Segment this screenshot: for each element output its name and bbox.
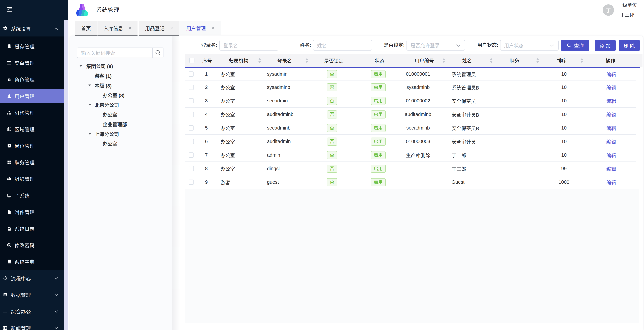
close-icon[interactable] <box>128 26 132 30</box>
add-button[interactable]: 添 加 <box>594 40 616 51</box>
cell-duty <box>502 121 538 135</box>
sidebar-group[interactable]: 流程中心 <box>0 270 64 287</box>
edit-link[interactable]: 编辑 <box>606 124 616 132</box>
row-checkbox[interactable] <box>188 71 194 77</box>
tree-node[interactable]: 办公室 <box>77 110 172 119</box>
sidebar-group[interactable]: 新闻管理 <box>0 320 64 330</box>
sidebar-item-icon <box>7 243 12 248</box>
edit-link[interactable]: 编辑 <box>606 111 616 118</box>
row-checkbox[interactable] <box>188 85 194 90</box>
sidebar-item-icon <box>7 226 12 231</box>
add-button-label: 添 加 <box>600 42 611 49</box>
cell-duty <box>502 162 538 175</box>
sidebar-item[interactable]: 用户管理 <box>0 89 64 103</box>
tree-expand-icon[interactable] <box>88 104 91 106</box>
sidebar-item-label: 菜单管理 <box>14 59 35 66</box>
column-header[interactable]: 登录名 <box>277 57 292 64</box>
sidebar-item[interactable]: 系统字典 <box>0 255 64 269</box>
edit-link[interactable]: 编辑 <box>606 84 616 91</box>
tree-expand-icon[interactable] <box>79 65 82 67</box>
edit-link[interactable]: 编辑 <box>606 97 616 104</box>
table-row: 9 游客 guest 否 启用 Guest 1000 编辑 <box>185 175 642 189</box>
column-header[interactable]: 排序 <box>557 57 566 64</box>
sidebar-item[interactable]: 菜单管理 <box>0 56 64 70</box>
sidebar-item-icon <box>7 110 12 115</box>
edit-link[interactable]: 编辑 <box>606 165 616 172</box>
locked-badge: 否 <box>327 178 337 186</box>
tab[interactable]: 用户管理 <box>179 21 222 35</box>
tree-node[interactable]: 集团公司 (9) <box>77 61 172 71</box>
sidebar-item-label: 子系统 <box>14 192 30 199</box>
locked-badge: 否 <box>327 70 337 78</box>
sidebar-item-label: 角色管理 <box>14 76 35 83</box>
sidebar-item[interactable]: 缓存管理 <box>0 39 64 53</box>
row-checkbox[interactable] <box>188 139 194 144</box>
sidebar-item-icon <box>7 259 12 264</box>
table-row: 1 办公室 sysadmin 否 启用 010000001 系统管理员 10 编… <box>185 68 642 80</box>
menu-fold-icon[interactable] <box>7 7 12 12</box>
tree-node[interactable]: 北京分公司 <box>77 100 172 110</box>
sidebar-item[interactable]: 岗位管理 <box>0 139 64 153</box>
tab[interactable]: 用品登记 <box>139 21 180 36</box>
row-checkbox[interactable] <box>188 166 194 171</box>
tab[interactable]: 首页 <box>75 21 97 36</box>
login-filter-input[interactable]: 登录名 <box>220 40 278 50</box>
sort-icon[interactable] <box>305 58 308 63</box>
tree-search-button[interactable] <box>152 48 163 57</box>
tree-node[interactable]: 游客 (1) <box>77 71 172 80</box>
locked-filter-select[interactable]: 是否允许登录 <box>406 40 465 50</box>
search-button[interactable]: 查询 <box>561 40 589 51</box>
sidebar-item[interactable]: 修改密码 <box>0 238 64 252</box>
sidebar-item-icon <box>7 44 12 49</box>
tree-node[interactable]: 本级 (8) <box>77 80 172 90</box>
edit-link[interactable]: 编辑 <box>606 152 616 159</box>
sidebar-item-icon <box>7 93 12 99</box>
tree-node[interactable]: 办公室 (8) <box>77 90 172 100</box>
sidebar-item[interactable]: 职务管理 <box>0 155 64 169</box>
sidebar-item-label: 系统字典 <box>14 258 35 265</box>
sidebar-item[interactable]: 组织管理 <box>0 172 64 186</box>
sidebar-group[interactable]: 数据管理 <box>0 287 64 303</box>
tree-expand-icon[interactable] <box>88 84 91 86</box>
cell-org: 办公室 <box>218 135 238 148</box>
edit-link[interactable]: 编辑 <box>606 138 616 145</box>
sidebar-item[interactable]: 区域管理 <box>0 122 64 136</box>
tree-search-input[interactable]: 输入关键词搜索 <box>78 48 152 57</box>
column-header[interactable]: 姓名 <box>462 57 472 64</box>
org-name: 一级单位 <box>615 2 640 8</box>
edit-link[interactable]: 编辑 <box>606 179 616 186</box>
tree-node[interactable]: 办公室 <box>77 139 172 148</box>
edit-link[interactable]: 编辑 <box>606 71 616 78</box>
avatar[interactable]: 丁 <box>603 4 614 16</box>
sidebar-item[interactable]: 子系统 <box>0 189 64 202</box>
close-icon[interactable] <box>170 26 173 30</box>
sidebar-item[interactable]: 附件管理 <box>0 205 64 219</box>
sidebar-group[interactable]: 综合办公 <box>0 303 64 320</box>
row-checkbox[interactable] <box>188 180 194 185</box>
tree-node[interactable]: 上海分公司 <box>77 129 172 139</box>
row-checkbox[interactable] <box>188 112 194 117</box>
user-name: 丁三郎 <box>615 12 640 18</box>
select-all-checkbox[interactable] <box>189 58 194 63</box>
sidebar-item[interactable]: 机构管理 <box>0 106 64 119</box>
tree-node[interactable]: 企业管理部 <box>77 119 172 129</box>
sidebar-item[interactable]: 系统日志 <box>0 222 64 236</box>
cell-code: 010000003 <box>409 135 427 148</box>
tree-expand-icon[interactable] <box>88 133 91 135</box>
row-checkbox[interactable] <box>188 125 194 131</box>
cell-order: 10 <box>538 108 590 121</box>
sidebar-scrollbar[interactable] <box>64 20 68 330</box>
row-checkbox[interactable] <box>188 152 194 158</box>
column-header[interactable]: 职务 <box>510 57 519 64</box>
close-icon[interactable] <box>211 26 214 30</box>
sidebar-item[interactable]: 角色管理 <box>0 73 64 86</box>
sidebar-group-system-settings[interactable]: 系统设置 <box>0 20 64 36</box>
delete-button[interactable]: 删 除 <box>619 40 640 51</box>
sort-icon[interactable] <box>580 58 583 63</box>
tab[interactable]: 入库信息 <box>98 21 138 36</box>
row-checkbox[interactable] <box>188 98 194 103</box>
sort-icon[interactable] <box>490 58 493 63</box>
cell-duty <box>502 135 538 148</box>
status-filter-select[interactable]: 用户状态 <box>500 40 558 50</box>
name-filter-input[interactable]: 姓名 <box>313 40 372 50</box>
